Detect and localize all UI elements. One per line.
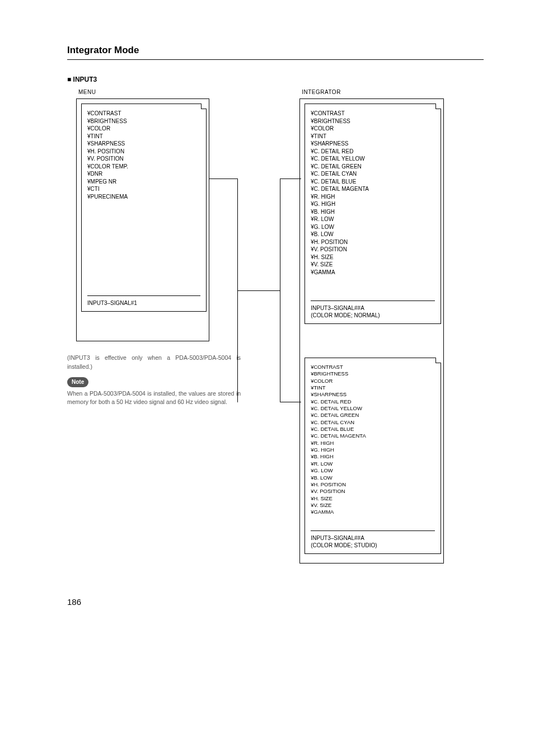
menu-item: ¥C. DETAIL GREEN <box>311 163 435 171</box>
menu-item: ¥C. DETAIL RED <box>311 148 435 156</box>
menu-item: ¥CONTRAST <box>311 364 435 370</box>
note-line-1: (INPUT3 is effective only when a PDA-500… <box>67 354 241 372</box>
menu-item: ¥SHARPNESS <box>311 391 435 398</box>
menu-item: ¥CONTRAST <box>311 110 435 118</box>
menu-item: ¥COLOR <box>311 125 435 133</box>
menu-item: ¥SHARPNESS <box>311 140 435 148</box>
menu-item: ¥COLOR TEMP. <box>87 163 200 171</box>
menu-item: ¥C. DETAIL CYAN <box>311 419 435 426</box>
integrator-footer-b: INPUT3–SIGNAL##A (COLOR MODE; STUDIO) <box>311 534 435 549</box>
divider <box>67 59 484 60</box>
footer-line: (COLOR MODE; NORMAL) <box>311 312 435 319</box>
note-badge: Note <box>67 377 88 387</box>
menu-item: ¥BRIGHTNESS <box>311 370 435 377</box>
menu-item: ¥B. LOW <box>311 231 435 238</box>
menu-item: ¥TINT <box>311 133 435 140</box>
menu-item: ¥B. HIGH <box>311 208 435 216</box>
menu-item: ¥C. DETAIL CYAN <box>311 170 435 178</box>
menu-item: ¥DNR <box>87 170 200 178</box>
menu-divider <box>87 295 200 296</box>
connector-left <box>209 179 237 179</box>
integrator-window-b: ¥CONTRAST ¥BRIGHTNESS ¥COLOR ¥TINT ¥SHAR… <box>305 358 441 554</box>
menu-item: ¥G. LOW <box>311 467 435 474</box>
menu-item: ¥H. POSITION <box>87 148 200 156</box>
footer-line: INPUT3–SIGNAL##A <box>311 534 435 542</box>
menu-item: ¥C. DETAIL MAGENTA <box>311 185 435 193</box>
menu-item: ¥GAMMA <box>311 509 435 515</box>
connector-bracket <box>280 179 301 402</box>
menu-item: ¥COLOR <box>311 378 435 384</box>
menu-divider <box>311 530 435 531</box>
note-block: (INPUT3 is effective only when a PDA-500… <box>67 354 241 407</box>
footer-line: (COLOR MODE; STUDIO) <box>311 542 435 549</box>
page-number: 186 <box>67 597 484 607</box>
right-column: INTEGRATOR ¥CONTRAST ¥BRIGHTNESS ¥COLOR … <box>273 89 484 564</box>
left-column: MENU ¥CONTRAST ¥BRIGHTNESS ¥COLOR ¥TINT … <box>67 89 250 407</box>
menu-item: ¥V. POSITION <box>311 488 435 495</box>
menu-item: ¥C. DETAIL MAGENTA <box>311 433 435 439</box>
menu-item: ¥R. HIGH <box>311 193 435 201</box>
integrator-window-outer: ¥CONTRAST ¥BRIGHTNESS ¥COLOR ¥TINT ¥SHAR… <box>299 98 444 564</box>
menu-divider <box>311 300 435 301</box>
menu-window-outer: ¥CONTRAST ¥BRIGHTNESS ¥COLOR ¥TINT ¥SHAR… <box>76 98 209 341</box>
menu-label: MENU <box>78 89 250 95</box>
notch-icon <box>435 104 441 109</box>
menu-item: ¥TINT <box>311 384 435 391</box>
menu-item: ¥R. LOW <box>311 461 435 467</box>
menu-item: ¥CONTRAST <box>87 110 200 118</box>
footer-line: INPUT3–SIGNAL##A <box>311 304 435 312</box>
menu-item: ¥G. HIGH <box>311 447 435 453</box>
section-title: Integrator Mode <box>67 45 484 56</box>
menu-item: ¥H. POSITION <box>311 481 435 488</box>
menu-item: ¥BRIGHTNESS <box>311 118 435 125</box>
integrator-window-a: ¥CONTRAST ¥BRIGHTNESS ¥COLOR ¥TINT ¥SHAR… <box>305 104 441 324</box>
menu-item: ¥COLOR <box>87 125 200 133</box>
menu-item: ¥C. DETAIL BLUE <box>311 426 435 433</box>
menu-item: ¥H. POSITION <box>311 238 435 246</box>
page: Integrator Mode ■ INPUT3 MENU ¥CONTRAST … <box>0 0 534 635</box>
note-line-2: When a PDA-5003/PDA-5004 is installed, t… <box>67 389 241 407</box>
menu-item: ¥V. SIZE <box>311 261 435 269</box>
menu-item: ¥C. DETAIL RED <box>311 398 435 405</box>
menu-item: ¥C. DETAIL YELLOW <box>311 155 435 163</box>
menu-item: ¥SHARPNESS <box>87 140 200 148</box>
menu-item: ¥B. HIGH <box>311 453 435 460</box>
diagram-columns: MENU ¥CONTRAST ¥BRIGHTNESS ¥COLOR ¥TINT … <box>67 89 484 564</box>
integrator-list-b: ¥CONTRAST ¥BRIGHTNESS ¥COLOR ¥TINT ¥SHAR… <box>311 364 435 516</box>
integrator-list-a: ¥CONTRAST ¥BRIGHTNESS ¥COLOR ¥TINT ¥SHAR… <box>311 110 435 276</box>
connector-mid <box>237 290 280 291</box>
menu-item: ¥C. DETAIL YELLOW <box>311 405 435 412</box>
notch-icon <box>201 104 207 109</box>
menu-item: ¥C. DETAIL BLUE <box>311 178 435 186</box>
menu-item: ¥GAMMA <box>311 269 435 276</box>
menu-item: ¥C. DETAIL GREEN <box>311 412 435 419</box>
menu-item: ¥BRIGHTNESS <box>87 118 200 125</box>
menu-item: ¥V. SIZE <box>311 502 435 509</box>
menu-item: ¥H. SIZE <box>311 495 435 502</box>
integrator-footer-a: INPUT3–SIGNAL##A (COLOR MODE; NORMAL) <box>311 304 435 319</box>
menu-item: ¥B. LOW <box>311 475 435 481</box>
menu-list: ¥CONTRAST ¥BRIGHTNESS ¥COLOR ¥TINT ¥SHAR… <box>87 110 200 200</box>
menu-item: ¥V. POSITION <box>87 155 200 163</box>
menu-item: ¥G. HIGH <box>311 200 435 208</box>
menu-item: ¥H. SIZE <box>311 253 435 261</box>
menu-item: ¥TINT <box>87 133 200 140</box>
subhead-input3: ■ INPUT3 <box>67 76 484 83</box>
menu-item: ¥G. LOW <box>311 223 435 231</box>
menu-footer: INPUT3–SIGNAL#1 <box>87 299 200 307</box>
menu-item: ¥MPEG NR <box>87 178 200 186</box>
menu-item: ¥CTI <box>87 185 200 193</box>
integrator-label: INTEGRATOR <box>302 89 484 95</box>
menu-window-inner: ¥CONTRAST ¥BRIGHTNESS ¥COLOR ¥TINT ¥SHAR… <box>81 104 207 312</box>
menu-item: ¥V. POSITION <box>311 246 435 253</box>
menu-item: ¥PURECINEMA <box>87 193 200 201</box>
notch-icon <box>435 358 441 363</box>
menu-item: ¥R. LOW <box>311 215 435 223</box>
menu-item: ¥R. HIGH <box>311 440 435 447</box>
